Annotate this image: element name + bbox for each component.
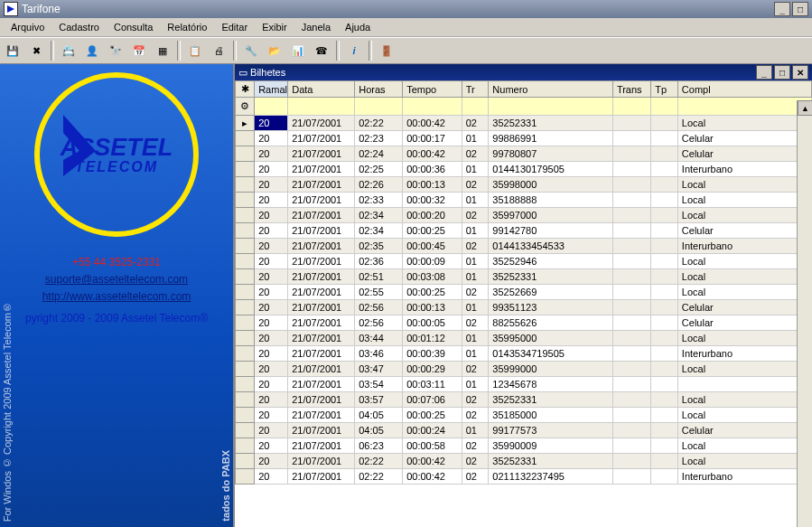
cell-ramal[interactable]: 20 bbox=[255, 331, 288, 346]
grid-icon[interactable]: ▦ bbox=[152, 40, 173, 61]
cell-horas[interactable]: 02:36 bbox=[355, 254, 403, 269]
row-indicator[interactable] bbox=[236, 162, 255, 177]
cell-ramal[interactable]: 20 bbox=[255, 162, 288, 177]
cell-horas[interactable]: 02:22 bbox=[355, 469, 403, 485]
row-indicator[interactable] bbox=[236, 223, 255, 239]
row-indicator[interactable] bbox=[236, 269, 255, 285]
cell-trans[interactable] bbox=[612, 177, 650, 193]
cell-compl[interactable]: Local bbox=[677, 193, 811, 208]
cell-ramal[interactable]: 20 bbox=[255, 285, 288, 300]
cell-tp[interactable] bbox=[651, 392, 678, 408]
cell-numero[interactable]: 35252669 bbox=[489, 285, 613, 300]
cell-data[interactable]: 21/07/2001 bbox=[288, 193, 355, 208]
cell-horas[interactable]: 02:35 bbox=[355, 239, 403, 254]
cell-data[interactable]: 21/07/2001 bbox=[288, 162, 355, 177]
cell-tp[interactable] bbox=[651, 193, 678, 208]
cell-trans[interactable] bbox=[612, 223, 650, 239]
cell-horas[interactable]: 03:47 bbox=[355, 362, 403, 377]
cell-compl[interactable]: Interurbano bbox=[677, 469, 811, 485]
cell-numero[interactable]: 0143534719505 bbox=[489, 346, 613, 362]
cell-trans[interactable] bbox=[612, 377, 650, 392]
table-row[interactable]: 2021/07/200102:5500:00:250235252669Local bbox=[236, 285, 812, 300]
cell-tr[interactable]: 01 bbox=[462, 162, 489, 177]
cell-trans[interactable] bbox=[612, 146, 650, 162]
contact-email[interactable]: suporte@asseteltelecom.com bbox=[25, 271, 208, 288]
cell-tp[interactable] bbox=[651, 177, 678, 193]
cell-compl[interactable]: Local bbox=[677, 116, 811, 131]
cell-tp[interactable] bbox=[651, 377, 678, 392]
cell-compl[interactable]: Celular bbox=[677, 223, 811, 239]
row-indicator[interactable] bbox=[236, 131, 255, 146]
cell-data[interactable]: 21/07/2001 bbox=[288, 116, 355, 131]
table-row[interactable]: ▸2021/07/200102:2200:00:420235252331Loca… bbox=[236, 116, 812, 131]
cell-compl[interactable]: Celular bbox=[677, 300, 811, 315]
cell-numero[interactable]: 35252946 bbox=[489, 254, 613, 269]
table-row[interactable]: 2021/07/200102:2500:00:36010144130179505… bbox=[236, 162, 812, 177]
menu-consulta[interactable]: Consulta bbox=[107, 20, 160, 34]
cell-trans[interactable] bbox=[612, 239, 650, 254]
cell-numero[interactable]: 35990009 bbox=[489, 438, 613, 454]
vertical-scrollbar[interactable]: ▲ bbox=[797, 100, 812, 527]
row-indicator[interactable] bbox=[236, 315, 255, 331]
cell-trans[interactable] bbox=[612, 208, 650, 223]
cell-numero[interactable]: 35999000 bbox=[489, 362, 613, 377]
cell-trans[interactable] bbox=[612, 392, 650, 408]
cell-tempo[interactable]: 00:00:42 bbox=[403, 454, 462, 469]
cell-tp[interactable] bbox=[651, 208, 678, 223]
col-tp[interactable]: Tp bbox=[651, 81, 678, 98]
cell-ramal[interactable]: 20 bbox=[255, 177, 288, 193]
cell-tp[interactable] bbox=[651, 454, 678, 469]
column-header-row[interactable]: ✱ Ramal Data Horas Tempo Tr Numero Trans… bbox=[236, 81, 812, 98]
cell-tempo[interactable]: 00:07:06 bbox=[403, 392, 462, 408]
cell-horas[interactable]: 02:34 bbox=[355, 208, 403, 223]
cell-data[interactable]: 21/07/2001 bbox=[288, 469, 355, 485]
menu-exibir[interactable]: Exibir bbox=[255, 20, 294, 34]
cell-tr[interactable]: 01 bbox=[462, 423, 489, 438]
cell-ramal[interactable]: 20 bbox=[255, 362, 288, 377]
cell-trans[interactable] bbox=[612, 193, 650, 208]
cell-ramal[interactable]: 20 bbox=[255, 392, 288, 408]
cell-numero[interactable]: 88255626 bbox=[489, 315, 613, 331]
cell-compl[interactable]: Interurbano bbox=[677, 346, 811, 362]
cell-ramal[interactable]: 20 bbox=[255, 254, 288, 269]
cell-numero[interactable]: 35185000 bbox=[489, 408, 613, 423]
cell-data[interactable]: 21/07/2001 bbox=[288, 146, 355, 162]
table-row[interactable]: 2021/07/200102:3400:00:200235997000Local bbox=[236, 208, 812, 223]
cell-tp[interactable] bbox=[651, 438, 678, 454]
row-indicator[interactable] bbox=[236, 331, 255, 346]
cell-trans[interactable] bbox=[612, 423, 650, 438]
cell-data[interactable]: 21/07/2001 bbox=[288, 362, 355, 377]
cell-trans[interactable] bbox=[612, 162, 650, 177]
cell-tempo[interactable]: 00:00:45 bbox=[403, 239, 462, 254]
cell-compl[interactable]: Local bbox=[677, 177, 811, 193]
child-minimize-button[interactable]: _ bbox=[756, 65, 772, 80]
table-row[interactable]: 2021/07/200102:5600:00:130199351123Celul… bbox=[236, 300, 812, 315]
menu-relatorio[interactable]: Relatório bbox=[160, 20, 214, 34]
cell-compl[interactable]: Celular bbox=[677, 146, 811, 162]
cell-ramal[interactable]: 20 bbox=[255, 377, 288, 392]
table-row[interactable]: 2021/07/200103:4400:01:120135995000Local bbox=[236, 331, 812, 346]
cell-data[interactable]: 21/07/2001 bbox=[288, 300, 355, 315]
cell-trans[interactable] bbox=[612, 454, 650, 469]
cell-tp[interactable] bbox=[651, 285, 678, 300]
row-selector-header[interactable]: ✱ bbox=[236, 81, 255, 98]
menu-editar[interactable]: Editar bbox=[214, 20, 255, 34]
row-indicator[interactable] bbox=[236, 469, 255, 485]
cell-ramal[interactable]: 20 bbox=[255, 116, 288, 131]
cell-data[interactable]: 21/07/2001 bbox=[288, 331, 355, 346]
cell-numero[interactable]: 99177573 bbox=[489, 423, 613, 438]
printer-icon[interactable]: 🖨 bbox=[208, 40, 229, 61]
row-indicator[interactable]: ▸ bbox=[236, 116, 255, 131]
save-icon[interactable]: 💾 bbox=[2, 40, 23, 61]
cell-horas[interactable]: 02:56 bbox=[355, 300, 403, 315]
cell-tempo[interactable]: 00:00:25 bbox=[403, 408, 462, 423]
cell-horas[interactable]: 02:51 bbox=[355, 269, 403, 285]
menu-arquivo[interactable]: Arquivo bbox=[4, 20, 51, 34]
cell-compl[interactable]: Interurbano bbox=[677, 239, 811, 254]
table-row[interactable]: 2021/07/200102:3400:00:250199142780Celul… bbox=[236, 223, 812, 239]
cell-horas[interactable]: 02:22 bbox=[355, 454, 403, 469]
cell-data[interactable]: 21/07/2001 bbox=[288, 177, 355, 193]
cell-tempo[interactable]: 00:00:05 bbox=[403, 315, 462, 331]
contact-site[interactable]: http://www.asseteltelecom.com bbox=[25, 288, 208, 306]
cell-tempo[interactable]: 00:00:58 bbox=[403, 438, 462, 454]
